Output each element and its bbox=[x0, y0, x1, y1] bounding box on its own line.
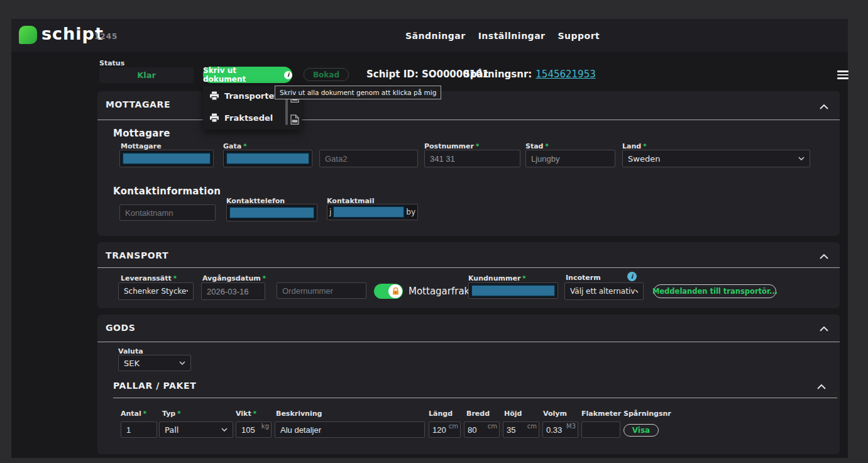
menu-item-label: Fraktsedel bbox=[224, 113, 273, 123]
transport-section: TRANSPORT Leveranssätt Schenker Stycke A… bbox=[97, 242, 840, 308]
subsection-divider bbox=[113, 398, 837, 398]
typ-select[interactable]: Pall bbox=[159, 421, 233, 438]
redacted-value bbox=[229, 206, 315, 219]
main-nav: Sändningar Inställningar Support bbox=[405, 31, 600, 41]
brand-badge: 1245 bbox=[94, 32, 118, 41]
chevron-down-icon bbox=[179, 361, 185, 365]
field-label-leveranssatt: Leveranssätt bbox=[121, 274, 177, 282]
kontaktmail-visible-prefix: j bbox=[329, 208, 331, 216]
avgangsdatum-input[interactable] bbox=[201, 282, 265, 300]
schipt-app-window: schipt 1245 Sändningar Inställningar Sup… bbox=[0, 0, 868, 463]
field-label-kundnummer: Kundnummer bbox=[468, 274, 526, 282]
print-button-label: Skriv ut dokument bbox=[203, 66, 280, 84]
incoterm-select[interactable]: Välj ett alternativ bbox=[564, 282, 644, 300]
volym-field: M3 bbox=[542, 421, 578, 438]
toggle-knob bbox=[388, 284, 402, 298]
group-title-kontaktinformation: Kontaktinformation bbox=[113, 186, 221, 197]
status-value-badge: Klar bbox=[99, 67, 194, 83]
nav-item-sandningar[interactable]: Sändningar bbox=[405, 31, 466, 41]
lock-icon bbox=[392, 287, 400, 296]
nav-item-installningar[interactable]: Inställningar bbox=[478, 31, 546, 41]
col-header-beskrivning: Beskrivning bbox=[276, 410, 322, 418]
section-divider bbox=[97, 342, 840, 342]
col-header-volym: Volym bbox=[543, 410, 567, 418]
info-icon bbox=[284, 71, 292, 79]
volym-unit: M3 bbox=[566, 423, 576, 430]
print-documents-button[interactable]: Skriv ut dokument bbox=[203, 67, 292, 83]
vikt-field: kg bbox=[236, 421, 272, 438]
valuta-select[interactable]: SEK bbox=[118, 355, 191, 371]
ordernummer-input[interactable] bbox=[277, 282, 366, 299]
kontaktmail-input[interactable]: j by bbox=[327, 204, 418, 220]
flakmeter-input[interactable] bbox=[581, 421, 620, 438]
hamburger-menu-icon[interactable] bbox=[837, 70, 849, 81]
field-label-avgangsdatum: Avgångsdatum bbox=[202, 274, 266, 282]
bredd-field: cm bbox=[464, 421, 500, 438]
section-title: MOTTAGARE bbox=[106, 99, 170, 109]
printer-icon bbox=[209, 91, 219, 101]
col-header-sparningsnr: Spårningsnr bbox=[624, 410, 671, 418]
col-header-flakmeter: Flakmeter bbox=[581, 410, 621, 418]
visa-tracking-button[interactable]: Visa bbox=[624, 424, 659, 437]
col-header-typ: Typ bbox=[162, 410, 180, 418]
col-header-antal: Antal bbox=[121, 410, 146, 418]
redacted-value bbox=[471, 284, 556, 297]
chevron-down-icon bbox=[635, 289, 638, 293]
redacted-value bbox=[226, 152, 310, 165]
incoterm-info-icon[interactable] bbox=[627, 272, 637, 281]
col-header-hojd: Höjd bbox=[504, 410, 522, 418]
section-title: TRANSPORT bbox=[106, 250, 168, 260]
messages-to-carrier-button[interactable]: Meddelanden till transportör... bbox=[654, 284, 776, 298]
booked-badge: Bokad bbox=[304, 68, 349, 81]
hojd-field: cm bbox=[503, 421, 539, 438]
gata-input[interactable] bbox=[223, 150, 312, 167]
collapse-subsection-icon[interactable] bbox=[817, 380, 826, 392]
field-label-incoterm: Incoterm bbox=[566, 274, 601, 282]
tracking-number-row: Spårningsnr:1545621953 bbox=[463, 69, 596, 80]
redacted-value bbox=[332, 206, 405, 218]
langd-field: cm bbox=[429, 421, 461, 438]
gata2-input[interactable] bbox=[319, 150, 418, 167]
stad-input[interactable] bbox=[525, 150, 615, 167]
pallar-paket-title: PALLAR / PAKET bbox=[113, 381, 196, 391]
section-divider bbox=[97, 267, 840, 268]
mottagare-input[interactable] bbox=[119, 150, 214, 167]
chevron-down-icon bbox=[221, 428, 228, 432]
beskrivning-input[interactable] bbox=[275, 421, 425, 438]
kundnummer-input[interactable] bbox=[468, 282, 558, 299]
col-header-langd: Längd bbox=[429, 410, 453, 418]
bredd-unit: cm bbox=[488, 423, 497, 430]
kontaktmail-visible-suffix: by bbox=[406, 208, 415, 216]
kontakttelefon-input[interactable] bbox=[226, 204, 317, 221]
col-header-bredd: Bredd bbox=[466, 410, 490, 418]
leveranssatt-select[interactable]: Schenker Stycke bbox=[118, 282, 194, 300]
col-header-vikt: Vikt bbox=[236, 410, 256, 418]
collapse-section-icon[interactable] bbox=[820, 322, 828, 334]
group-title-mottagare: Mottagare bbox=[113, 128, 170, 139]
antal-input[interactable] bbox=[121, 421, 157, 438]
hojd-unit: cm bbox=[527, 423, 537, 430]
mottagarfrakt-toggle[interactable] bbox=[374, 284, 403, 299]
langd-unit: cm bbox=[449, 423, 458, 430]
pdf-icon[interactable] bbox=[290, 114, 299, 127]
kontaktnamn-input[interactable] bbox=[119, 204, 216, 221]
collapse-section-icon[interactable] bbox=[820, 250, 828, 262]
schipt-logo-icon bbox=[19, 26, 37, 44]
tracking-label: Spårningsnr: bbox=[463, 69, 532, 80]
tracking-number-link[interactable]: 1545621953 bbox=[536, 69, 595, 80]
mottagarfrakt-label: Mottagarfrakt bbox=[409, 286, 473, 297]
vikt-unit: kg bbox=[261, 423, 269, 430]
section-title: GODS bbox=[106, 323, 136, 333]
land-select[interactable]: Sweden bbox=[622, 150, 810, 167]
printer-icon bbox=[209, 113, 219, 123]
redacted-value bbox=[122, 152, 211, 165]
menu-item-fraktsedel[interactable]: Fraktsedel bbox=[209, 113, 273, 123]
chevron-down-icon bbox=[186, 289, 188, 293]
chevron-down-icon bbox=[798, 157, 805, 160]
print-button-tooltip: Skriv ut alla dokument genom att klicka … bbox=[275, 86, 441, 99]
gods-section: GODS Valuta SEK PALLAR / PAKET Antal Typ… bbox=[97, 315, 840, 454]
status-label: Status bbox=[99, 59, 124, 67]
collapse-section-icon[interactable] bbox=[820, 100, 828, 112]
postnummer-input[interactable] bbox=[424, 150, 520, 167]
nav-item-support[interactable]: Support bbox=[558, 31, 600, 41]
